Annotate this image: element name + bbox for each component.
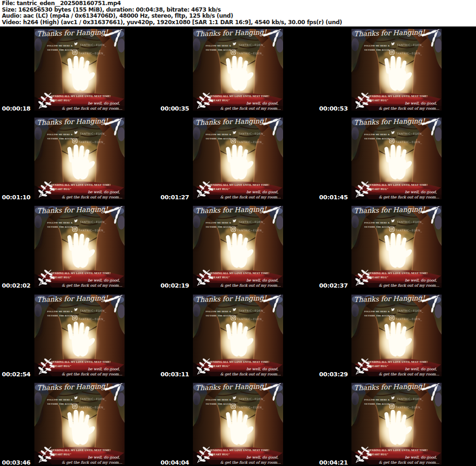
timestamp-label: 00:03:11 [160,371,189,378]
thumbnail-cell: 00:04:04 [159,383,317,466]
thumbnail-cell: 00:03:11 [159,295,317,383]
video-thumbnail [193,206,283,288]
timestamp-label: 00:01:45 [319,194,348,201]
timestamp-label: 00:04:21 [319,459,348,466]
thumbnail-cell: 00:02:19 [159,206,317,295]
thumbnail-cell: 00:02:02 [0,206,159,295]
video-thumbnail [193,29,283,111]
meta-line-file: File: tantric_eden__202508160751.mp4 [2,0,476,7]
timestamp-label: 00:02:02 [2,282,30,289]
thumbnail-cell: 00:01:27 [159,118,317,206]
thumbnail-cell: 00:00:18 [0,29,159,118]
thumbnail-cell: 00:02:37 [317,206,476,295]
video-thumbnail [34,295,125,376]
thumbnail-cell: 00:03:46 [0,383,159,466]
timestamp-label: 00:02:54 [2,371,30,378]
meta-line-video: Video: h264 (High) (avc1 / 0x31637661), … [2,20,476,26]
thumbnail-cell: 00:00:35 [159,29,317,118]
video-thumbnail [34,118,125,199]
video-thumbnail [193,295,283,376]
thumbnail-cell: 00:02:54 [0,295,159,383]
thumbnail-cell: 00:04:21 [317,383,476,466]
video-thumbnail [193,383,283,465]
thumbnail-cell: 00:03:29 [317,295,476,383]
timestamp-label: 00:00:18 [2,105,30,112]
timestamp-label: 00:03:46 [2,459,30,466]
video-thumbnail [351,295,442,376]
timestamp-label: 00:04:04 [160,459,189,466]
timestamp-label: 00:00:53 [319,105,348,112]
video-thumbnail [351,206,442,288]
timestamp-label: 00:01:27 [160,194,189,201]
timestamp-label: 00:02:37 [319,282,348,289]
meta-line-size: Size: 162656530 bytes (155 MiB), duratio… [2,7,476,13]
timestamp-label: 00:00:35 [160,105,189,112]
thumbnail-grid: 00:00:18 00:00:35 00:00:53 00:01:10 [0,29,476,466]
metadata-header: File: tantric_eden__202508160751.mp4 Siz… [0,0,476,26]
contact-sheet: Thanks for Hanging! FOLLOW ME HERE & OUT… [0,0,476,466]
thumbnail-cell: 00:01:10 [0,118,159,206]
timestamp-label: 00:03:29 [319,371,348,378]
video-thumbnail [193,118,283,199]
video-thumbnail [351,118,442,199]
thumbnail-cell: 00:01:45 [317,118,476,206]
meta-line-audio: Audio: aac (LC) (mp4a / 0x6134706D), 480… [2,13,476,20]
video-thumbnail [34,29,125,111]
video-thumbnail [34,383,125,465]
timestamp-label: 00:01:10 [2,194,30,201]
video-thumbnail [351,29,442,111]
video-thumbnail [34,206,125,288]
timestamp-label: 00:02:19 [160,282,189,289]
video-thumbnail [351,383,442,465]
thumbnail-cell: 00:00:53 [317,29,476,118]
